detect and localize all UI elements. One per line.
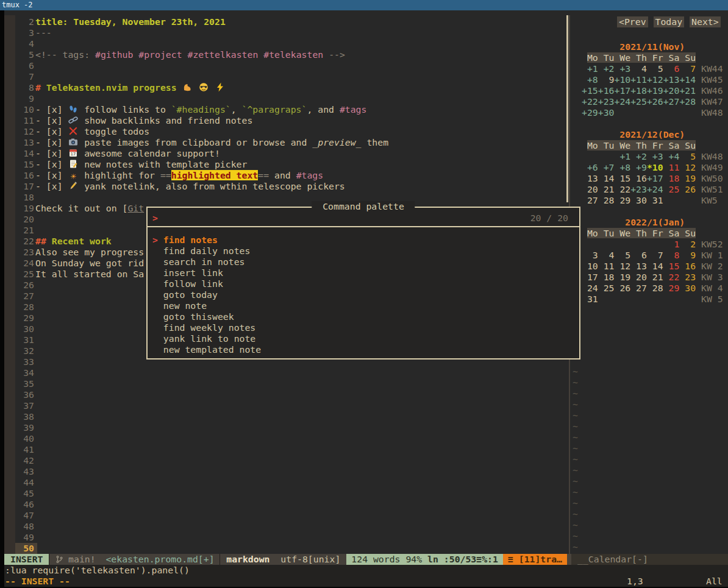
calendar-day[interactable]: 10: [582, 261, 598, 271]
calendar-day[interactable]: +1: [582, 63, 598, 74]
palette-item[interactable]: new note: [148, 300, 579, 311]
calendar-day[interactable]: +19: [647, 85, 663, 96]
calendar-day[interactable]: 19: [679, 173, 696, 183]
calendar-day[interactable]: +14: [679, 74, 696, 85]
calendar-day[interactable]: 9: [598, 74, 615, 85]
calendar-day[interactable]: 9: [679, 250, 696, 260]
calendar-day[interactable]: 15: [614, 173, 630, 183]
calendar-day[interactable]: +30: [598, 107, 615, 118]
editor-line[interactable]: 41: [4, 444, 570, 455]
editor-line[interactable]: 6: [4, 60, 570, 71]
calendar-day[interactable]: 25: [663, 184, 680, 194]
editor-line[interactable]: 8# Telekasten.nvim progress: [4, 82, 570, 93]
calendar-day[interactable]: +21: [679, 85, 696, 96]
editor-line[interactable]: 9: [4, 93, 570, 104]
calendar-day[interactable]: 5: [679, 151, 696, 161]
calendar-day[interactable]: +8: [614, 162, 630, 172]
calendar-day[interactable]: +24: [614, 96, 630, 107]
calendar-day[interactable]: 7: [647, 250, 663, 260]
editor-line[interactable]: 46: [4, 499, 570, 510]
calendar-day[interactable]: 31: [647, 195, 663, 205]
calendar-day[interactable]: 2: [679, 239, 696, 249]
calendar-day[interactable]: +22: [582, 96, 598, 107]
calendar-day[interactable]: +18: [630, 85, 647, 96]
calendar-day[interactable]: 11: [663, 162, 680, 172]
calendar-day[interactable]: +25: [630, 96, 647, 107]
calendar-day[interactable]: 14: [598, 173, 615, 183]
calendar-day[interactable]: +23: [630, 184, 647, 194]
editor-line[interactable]: 15- [x] new notes with template picker: [4, 159, 570, 170]
palette-item[interactable]: follow link: [148, 278, 579, 289]
calendar-day[interactable]: 29: [614, 195, 630, 205]
calendar-nav-today[interactable]: Today: [654, 16, 685, 27]
calendar-day[interactable]: 14: [647, 261, 663, 271]
editor-line[interactable]: 36: [4, 389, 570, 400]
palette-item[interactable]: new templated note: [148, 344, 579, 355]
calendar-day[interactable]: 7: [679, 63, 696, 74]
calendar-day[interactable]: +10: [614, 74, 630, 85]
calendar-day[interactable]: 4: [630, 63, 647, 74]
calendar-day[interactable]: 6: [630, 250, 647, 260]
editor-line[interactable]: 50: [4, 543, 570, 554]
calendar-day[interactable]: 18: [598, 272, 615, 282]
calendar-day[interactable]: 20: [582, 184, 598, 194]
calendar-day[interactable]: 22: [663, 272, 680, 282]
calendar-day[interactable]: 23: [679, 272, 696, 282]
editor-line[interactable]: 11- [x] show backlinks and friend notes: [4, 115, 570, 126]
editor-line[interactable]: 4: [4, 38, 570, 49]
editor-line[interactable]: 34: [4, 367, 570, 378]
calendar-day[interactable]: 30: [679, 283, 696, 293]
calendar-day[interactable]: 13: [582, 173, 598, 183]
editor-line[interactable]: 40: [4, 433, 570, 444]
palette-item[interactable]: yank link to note: [148, 333, 579, 344]
calendar-day[interactable]: +6: [582, 162, 598, 172]
calendar-day[interactable]: 28: [647, 283, 663, 293]
editor-line[interactable]: 43: [4, 466, 570, 477]
calendar-day[interactable]: +20: [663, 85, 680, 96]
editor-line[interactable]: 45: [4, 488, 570, 499]
calendar-day[interactable]: +26: [647, 96, 663, 107]
calendar-day[interactable]: +9: [630, 162, 647, 172]
calendar-day[interactable]: +8: [582, 74, 598, 85]
calendar-day[interactable]: 12: [679, 162, 696, 172]
calendar-nav-prev[interactable]: <Prev: [617, 16, 648, 27]
calendar-day[interactable]: *10: [647, 162, 663, 172]
palette-prompt-row[interactable]: > 20 / 20: [148, 209, 579, 227]
editor-line[interactable]: 7: [4, 71, 570, 82]
calendar-day[interactable]: 5: [647, 63, 663, 74]
calendar-day[interactable]: 11: [598, 261, 615, 271]
calendar-day[interactable]: 3: [582, 250, 598, 260]
calendar-day[interactable]: +3: [614, 63, 630, 74]
calendar-day[interactable]: 20: [630, 272, 647, 282]
calendar-day[interactable]: 27: [582, 195, 598, 205]
calendar-day[interactable]: 21: [647, 272, 663, 282]
calendar-day[interactable]: 1: [663, 239, 680, 249]
calendar-day[interactable]: +16: [598, 85, 615, 96]
calendar-day[interactable]: +13: [663, 74, 680, 85]
calendar-day[interactable]: 30: [630, 195, 647, 205]
calendar-day[interactable]: 13: [630, 261, 647, 271]
calendar-day[interactable]: +27: [663, 96, 680, 107]
calendar-day[interactable]: +11: [630, 74, 647, 85]
calendar-day[interactable]: +1: [614, 151, 630, 161]
calendar-day[interactable]: +12: [647, 74, 663, 85]
calendar-day[interactable]: +23: [598, 96, 615, 107]
calendar-day[interactable]: 15: [663, 261, 680, 271]
editor-line[interactable]: 10- [x] follow links to `#headings`, `^p…: [4, 104, 570, 115]
calendar-day[interactable]: 26: [679, 184, 696, 194]
palette-item[interactable]: insert link: [148, 267, 579, 278]
calendar-day[interactable]: 12: [614, 261, 630, 271]
editor-line[interactable]: 38: [4, 411, 570, 422]
palette-item[interactable]: search in notes: [148, 257, 579, 267]
calendar-nav-next[interactable]: Next>: [690, 16, 721, 27]
calendar-day[interactable]: +15: [582, 85, 598, 96]
palette-item[interactable]: > find notes: [148, 235, 579, 246]
editor-line[interactable]: 18: [4, 192, 570, 203]
editor-line[interactable]: 49: [4, 532, 570, 543]
editor-line[interactable]: 37: [4, 400, 570, 411]
calendar-day[interactable]: 27: [630, 283, 647, 293]
editor-line[interactable]: 35: [4, 378, 570, 389]
palette-item[interactable]: find weekly notes: [148, 322, 579, 333]
calendar-day[interactable]: +4: [663, 151, 680, 161]
palette-item[interactable]: goto today: [148, 289, 579, 300]
